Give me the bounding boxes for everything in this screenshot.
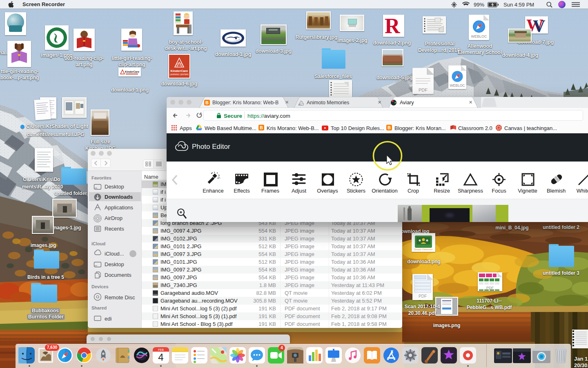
svg-text:FEB: FEB bbox=[158, 348, 164, 351]
svg-text:4: 4 bbox=[158, 352, 163, 363]
svg-text:WEBLOC: WEBLOC bbox=[471, 34, 487, 38]
svg-text:V: V bbox=[533, 17, 545, 33]
svg-text:PDF: PDF bbox=[419, 88, 428, 92]
svg-text:WEBLOC: WEBLOC bbox=[450, 83, 465, 88]
svg-text:KinderCare: KinderCare bbox=[170, 69, 188, 73]
svg-text:LEARNING CENTERS: LEARNING CENTERS bbox=[170, 74, 189, 76]
svg-text:PDF: PDF bbox=[486, 286, 494, 290]
svg-text:KinderCare: KinderCare bbox=[125, 70, 139, 73]
svg-text:Google Classroom: Google Classroom bbox=[414, 248, 433, 251]
svg-text:PDF: PDF bbox=[419, 294, 427, 298]
